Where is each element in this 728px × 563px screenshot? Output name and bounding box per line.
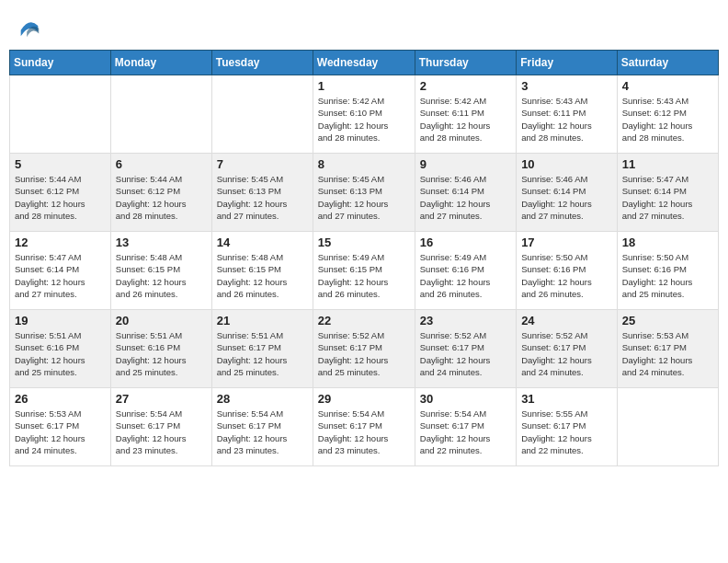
- day-cell: [617, 388, 718, 466]
- weekday-header-monday: Monday: [110, 51, 211, 75]
- day-cell: 3Sunrise: 5:43 AM Sunset: 6:11 PM Daylig…: [517, 75, 618, 154]
- day-detail: Sunrise: 5:55 AM Sunset: 6:17 PM Dayligh…: [521, 408, 612, 456]
- day-detail: Sunrise: 5:51 AM Sunset: 6:16 PM Dayligh…: [116, 329, 207, 378]
- day-detail: Sunrise: 5:46 AM Sunset: 6:14 PM Dayligh…: [521, 173, 612, 222]
- day-number: 5: [15, 157, 106, 171]
- day-number: 8: [318, 157, 410, 171]
- day-detail: Sunrise: 5:49 AM Sunset: 6:15 PM Dayligh…: [318, 251, 410, 300]
- day-cell: 4Sunrise: 5:43 AM Sunset: 6:12 PM Daylig…: [617, 75, 718, 154]
- day-detail: Sunrise: 5:54 AM Sunset: 6:17 PM Dayligh…: [420, 408, 511, 456]
- day-detail: Sunrise: 5:45 AM Sunset: 6:13 PM Dayligh…: [318, 173, 410, 222]
- day-number: 1: [318, 79, 410, 93]
- day-cell: 2Sunrise: 5:42 AM Sunset: 6:11 PM Daylig…: [415, 75, 516, 154]
- day-number: 4: [622, 79, 713, 93]
- day-cell: 22Sunrise: 5:52 AM Sunset: 6:17 PM Dayli…: [313, 310, 415, 388]
- day-number: 30: [420, 392, 511, 406]
- day-number: 27: [116, 392, 207, 406]
- day-number: 17: [521, 236, 612, 249]
- day-number: 11: [622, 157, 713, 171]
- day-number: 31: [521, 392, 612, 406]
- day-number: 25: [622, 314, 713, 327]
- day-number: 7: [217, 157, 308, 171]
- day-detail: Sunrise: 5:50 AM Sunset: 6:16 PM Dayligh…: [622, 251, 713, 300]
- day-cell: 15Sunrise: 5:49 AM Sunset: 6:15 PM Dayli…: [313, 232, 415, 310]
- day-cell: 6Sunrise: 5:44 AM Sunset: 6:12 PM Daylig…: [110, 154, 211, 232]
- day-detail: Sunrise: 5:49 AM Sunset: 6:16 PM Dayligh…: [420, 251, 511, 300]
- day-detail: Sunrise: 5:54 AM Sunset: 6:17 PM Dayligh…: [217, 408, 308, 456]
- day-detail: Sunrise: 5:54 AM Sunset: 6:17 PM Dayligh…: [318, 408, 410, 456]
- day-cell: 20Sunrise: 5:51 AM Sunset: 6:16 PM Dayli…: [110, 310, 211, 388]
- day-detail: Sunrise: 5:43 AM Sunset: 6:12 PM Dayligh…: [622, 95, 713, 144]
- week-row-3: 12Sunrise: 5:47 AM Sunset: 6:14 PM Dayli…: [10, 232, 719, 310]
- day-cell: 10Sunrise: 5:46 AM Sunset: 6:14 PM Dayli…: [517, 154, 618, 232]
- day-number: 12: [15, 236, 106, 249]
- week-row-1: 1Sunrise: 5:42 AM Sunset: 6:10 PM Daylig…: [10, 75, 719, 154]
- weekday-header-saturday: Saturday: [617, 51, 718, 75]
- day-number: 23: [420, 314, 511, 327]
- day-detail: Sunrise: 5:52 AM Sunset: 6:17 PM Dayligh…: [318, 329, 410, 378]
- day-number: 24: [521, 314, 612, 327]
- day-number: 10: [521, 157, 612, 171]
- day-cell: 29Sunrise: 5:54 AM Sunset: 6:17 PM Dayli…: [313, 388, 415, 466]
- week-row-2: 5Sunrise: 5:44 AM Sunset: 6:12 PM Daylig…: [10, 154, 719, 232]
- day-cell: [110, 75, 211, 154]
- day-detail: Sunrise: 5:47 AM Sunset: 6:14 PM Dayligh…: [15, 251, 106, 300]
- day-number: 9: [420, 157, 511, 171]
- day-cell: 7Sunrise: 5:45 AM Sunset: 6:13 PM Daylig…: [211, 154, 313, 232]
- day-cell: 25Sunrise: 5:53 AM Sunset: 6:17 PM Dayli…: [617, 310, 718, 388]
- day-cell: 1Sunrise: 5:42 AM Sunset: 6:10 PM Daylig…: [313, 75, 415, 154]
- day-cell: 23Sunrise: 5:52 AM Sunset: 6:17 PM Dayli…: [415, 310, 516, 388]
- day-detail: Sunrise: 5:54 AM Sunset: 6:17 PM Dayligh…: [116, 408, 207, 456]
- day-detail: Sunrise: 5:53 AM Sunset: 6:17 PM Dayligh…: [622, 329, 713, 378]
- day-cell: 14Sunrise: 5:48 AM Sunset: 6:15 PM Dayli…: [211, 232, 313, 310]
- day-cell: 24Sunrise: 5:52 AM Sunset: 6:17 PM Dayli…: [517, 310, 618, 388]
- day-number: 3: [521, 79, 612, 93]
- day-number: 16: [420, 236, 511, 249]
- day-detail: Sunrise: 5:42 AM Sunset: 6:11 PM Dayligh…: [420, 95, 511, 144]
- day-cell: 30Sunrise: 5:54 AM Sunset: 6:17 PM Dayli…: [415, 388, 516, 466]
- day-number: 18: [622, 236, 713, 249]
- day-cell: 17Sunrise: 5:50 AM Sunset: 6:16 PM Dayli…: [517, 232, 618, 310]
- day-number: 22: [318, 314, 410, 327]
- day-detail: Sunrise: 5:46 AM Sunset: 6:14 PM Dayligh…: [420, 173, 511, 222]
- day-detail: Sunrise: 5:44 AM Sunset: 6:12 PM Dayligh…: [15, 173, 106, 222]
- day-detail: Sunrise: 5:48 AM Sunset: 6:15 PM Dayligh…: [217, 251, 308, 300]
- day-number: 26: [15, 392, 106, 406]
- day-cell: 28Sunrise: 5:54 AM Sunset: 6:17 PM Dayli…: [211, 388, 313, 466]
- day-detail: Sunrise: 5:42 AM Sunset: 6:10 PM Dayligh…: [318, 95, 410, 144]
- day-cell: 13Sunrise: 5:48 AM Sunset: 6:15 PM Dayli…: [110, 232, 211, 310]
- day-cell: 5Sunrise: 5:44 AM Sunset: 6:12 PM Daylig…: [10, 154, 111, 232]
- weekday-header-wednesday: Wednesday: [313, 51, 415, 75]
- day-detail: Sunrise: 5:51 AM Sunset: 6:16 PM Dayligh…: [15, 329, 106, 378]
- day-cell: 26Sunrise: 5:53 AM Sunset: 6:17 PM Dayli…: [10, 388, 111, 466]
- day-cell: 19Sunrise: 5:51 AM Sunset: 6:16 PM Dayli…: [10, 310, 111, 388]
- weekday-header-sunday: Sunday: [10, 51, 111, 75]
- day-detail: Sunrise: 5:52 AM Sunset: 6:17 PM Dayligh…: [420, 329, 511, 378]
- weekday-header-thursday: Thursday: [415, 51, 516, 75]
- week-row-5: 26Sunrise: 5:53 AM Sunset: 6:17 PM Dayli…: [10, 388, 719, 466]
- logo-icon: [17, 13, 42, 39]
- day-number: 2: [420, 79, 511, 93]
- day-cell: [211, 75, 313, 154]
- day-number: 6: [116, 157, 207, 171]
- day-detail: Sunrise: 5:52 AM Sunset: 6:17 PM Dayligh…: [521, 329, 612, 378]
- day-number: 13: [116, 236, 207, 249]
- week-row-4: 19Sunrise: 5:51 AM Sunset: 6:16 PM Dayli…: [10, 310, 719, 388]
- calendar-table: SundayMondayTuesdayWednesdayThursdayFrid…: [9, 50, 719, 466]
- day-cell: 21Sunrise: 5:51 AM Sunset: 6:17 PM Dayli…: [211, 310, 313, 388]
- day-number: 21: [217, 314, 308, 327]
- day-detail: Sunrise: 5:45 AM Sunset: 6:13 PM Dayligh…: [217, 173, 308, 222]
- day-cell: 12Sunrise: 5:47 AM Sunset: 6:14 PM Dayli…: [10, 232, 111, 310]
- day-cell: 18Sunrise: 5:50 AM Sunset: 6:16 PM Dayli…: [617, 232, 718, 310]
- day-detail: Sunrise: 5:44 AM Sunset: 6:12 PM Dayligh…: [116, 173, 207, 222]
- logo: [17, 13, 44, 39]
- weekday-header-tuesday: Tuesday: [211, 51, 313, 75]
- day-cell: 31Sunrise: 5:55 AM Sunset: 6:17 PM Dayli…: [517, 388, 618, 466]
- day-cell: 9Sunrise: 5:46 AM Sunset: 6:14 PM Daylig…: [415, 154, 516, 232]
- day-detail: Sunrise: 5:51 AM Sunset: 6:17 PM Dayligh…: [217, 329, 308, 378]
- day-number: 14: [217, 236, 308, 249]
- day-detail: Sunrise: 5:43 AM Sunset: 6:11 PM Dayligh…: [521, 95, 612, 144]
- day-detail: Sunrise: 5:50 AM Sunset: 6:16 PM Dayligh…: [521, 251, 612, 300]
- day-cell: 11Sunrise: 5:47 AM Sunset: 6:14 PM Dayli…: [617, 154, 718, 232]
- page-header: [9, 9, 719, 42]
